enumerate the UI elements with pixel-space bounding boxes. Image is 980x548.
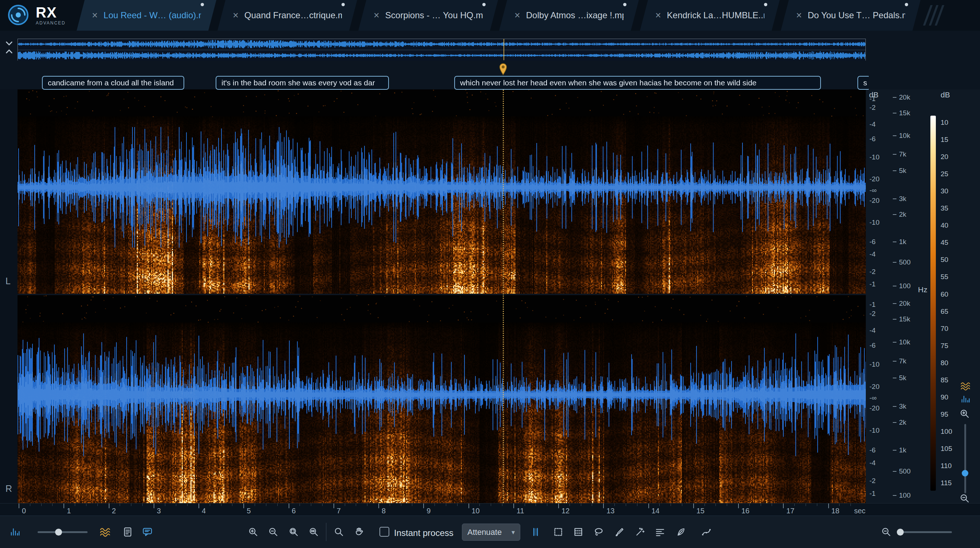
horizontal-zoom-knob[interactable] — [897, 529, 904, 535]
atick-label: -4 — [869, 459, 876, 467]
vertical-blend-knob[interactable] — [962, 470, 968, 476]
ruler-minor-tick — [727, 503, 727, 506]
tab-close-icon[interactable]: × — [374, 11, 379, 21]
annotation-clip-0[interactable]: candicame from a cloud all the island — [42, 76, 184, 90]
tab-close-icon[interactable]: × — [655, 11, 661, 21]
overview-left-channel[interactable] — [18, 39, 865, 49]
zoom-out-button[interactable] — [265, 524, 282, 540]
atick-label: -4 — [869, 250, 876, 258]
ruler-second-label: 4 — [202, 507, 206, 515]
spectrogram-waves-button[interactable] — [97, 524, 113, 540]
feather-button[interactable] — [673, 524, 689, 540]
ruler-minor-tick — [75, 503, 75, 506]
spectrogram-waves-button[interactable] — [958, 379, 973, 393]
tab-modified-dot — [482, 3, 485, 6]
harmonics-button[interactable] — [652, 524, 668, 540]
document-button[interactable] — [119, 524, 136, 540]
legend-header: dB — [940, 91, 950, 99]
tab-close-icon[interactable]: × — [514, 11, 520, 21]
ruler-minor-tick — [390, 503, 390, 506]
lasso-button[interactable] — [590, 524, 607, 540]
annotation-clip-1[interactable]: it's in the bad room she was every vod a… — [216, 76, 389, 90]
atick-label: -10 — [869, 427, 879, 435]
frequency-unit-label: Hz — [918, 285, 928, 294]
magic-wand-button[interactable] — [632, 524, 648, 540]
legend-db-label: 15 — [940, 136, 948, 144]
zoom-fit-button[interactable] — [305, 524, 322, 540]
ruler-major-tick — [558, 503, 559, 508]
brush-button[interactable] — [611, 524, 628, 540]
horizontal-zoom-slider[interactable] — [898, 531, 952, 533]
brand-subtitle: ADVANCED — [36, 21, 66, 25]
hand-button[interactable] — [351, 524, 368, 540]
zoom-in-button[interactable] — [245, 524, 262, 540]
tab-label: Kendrick La…HUMBLE..mp3 — [667, 10, 764, 21]
tab-file-1[interactable]: ×Quand France…ctrique.mp3 — [218, 0, 357, 31]
spectrogram-left[interactable] — [18, 89, 866, 294]
ruler-minor-tick — [547, 503, 547, 506]
tab-file-5[interactable]: ×Do You Use T… Pedals.mp3 — [781, 0, 921, 31]
collapse-overview-icon[interactable] — [4, 40, 14, 57]
time-select-button[interactable] — [527, 524, 544, 540]
zoom-in-button[interactable] — [958, 407, 972, 420]
ruler-minor-tick — [637, 503, 637, 506]
tab-file-2[interactable]: ×Scorpions - … You HQ.mp3 — [358, 0, 498, 31]
legend-db-label: 10 — [940, 119, 948, 127]
time-frequency-select-button[interactable] — [550, 524, 566, 540]
ruler-minor-tick — [255, 503, 255, 506]
find-button[interactable] — [331, 524, 347, 540]
tab-file-0[interactable]: ×Lou Reed - W… (audio).mp3 — [76, 0, 216, 31]
annotation-clip-3[interactable]: s — [858, 76, 869, 90]
ruler-major-tick — [289, 503, 290, 508]
playhead-marker-pin[interactable] — [498, 63, 508, 76]
legend-db-label: 55 — [940, 273, 948, 281]
atick-label: -∞ — [869, 186, 877, 194]
ftick-label: 7k — [893, 150, 906, 158]
tab-file-3[interactable]: ×Dolby Atmos …ixage !.mp3 — [499, 0, 639, 31]
ruler-second-label: 13 — [606, 507, 614, 515]
ftick-label: 500 — [893, 258, 911, 266]
spectrogram-right[interactable] — [18, 295, 866, 503]
levels-button[interactable] — [958, 393, 973, 406]
time-ruler[interactable]: 0123456789101112131415161718sec — [0, 503, 980, 516]
atick-label: -1 — [869, 95, 876, 103]
ruler-minor-tick — [749, 503, 750, 506]
vertical-blend-slider[interactable] — [964, 424, 966, 493]
zoom-selection-button[interactable] — [285, 524, 302, 540]
ruler-minor-tick — [401, 503, 401, 506]
overview-waveform[interactable] — [18, 39, 866, 61]
tab-file-4[interactable]: ×Kendrick La…HUMBLE..mp3 — [640, 0, 780, 31]
ruler-major-tick — [64, 503, 64, 508]
ruler-second-label: 12 — [562, 507, 570, 515]
overview-playhead[interactable] — [503, 39, 504, 60]
curve-button[interactable] — [698, 524, 715, 540]
legend-db-label: 65 — [940, 307, 948, 315]
atick-label: -1 — [869, 280, 876, 288]
display-blend-knob[interactable] — [55, 529, 62, 535]
ruler-major-tick — [199, 503, 199, 508]
levels-button[interactable] — [6, 524, 23, 540]
ftick-label: 2k — [893, 210, 906, 218]
comment-button[interactable] — [139, 524, 156, 540]
atick-label: -20 — [869, 404, 879, 412]
instant-process-checkbox[interactable] — [379, 527, 389, 537]
annotation-clip-2[interactable]: which never lost her head even when she … — [454, 76, 821, 90]
instant-process-label: Instant process — [394, 528, 453, 538]
tab-close-icon[interactable]: × — [92, 11, 98, 21]
frequency-select-button[interactable] — [570, 524, 587, 540]
overview-right-channel[interactable] — [18, 50, 865, 61]
module-dropdown[interactable]: Attenuate ▾ — [462, 524, 520, 541]
left-channel-label: L — [5, 276, 11, 287]
tab-close-icon[interactable]: × — [233, 11, 239, 21]
playhead-line[interactable] — [503, 89, 504, 503]
ruler-minor-tick — [356, 503, 356, 506]
display-blend-slider[interactable] — [38, 531, 88, 533]
ruler-major-tick — [423, 503, 424, 508]
atick-label: -2 — [869, 310, 876, 318]
zoom-out-button[interactable] — [878, 524, 895, 540]
tab-label: Dolby Atmos …ixage !.mp3 — [526, 10, 624, 21]
ruler-second-label: 14 — [652, 507, 660, 515]
tab-close-icon[interactable]: × — [796, 11, 802, 21]
legend-db-label: 80 — [940, 359, 948, 367]
atick-label: -4 — [869, 327, 876, 335]
